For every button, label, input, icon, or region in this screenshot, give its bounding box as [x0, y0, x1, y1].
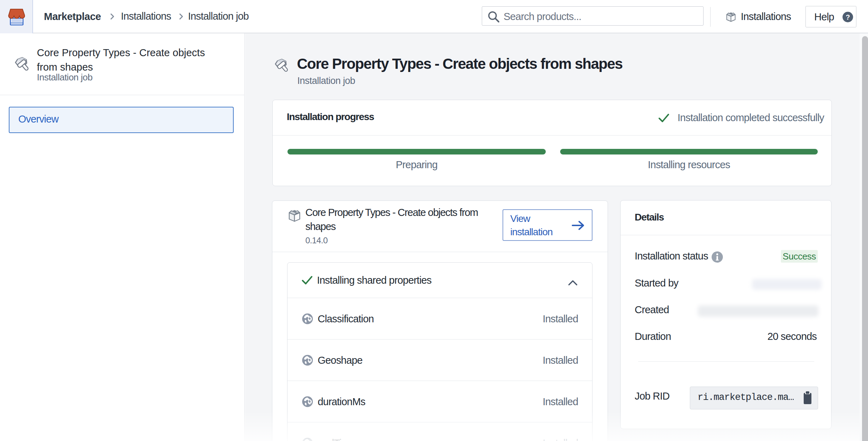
svg-text:?: ? [846, 13, 850, 21]
